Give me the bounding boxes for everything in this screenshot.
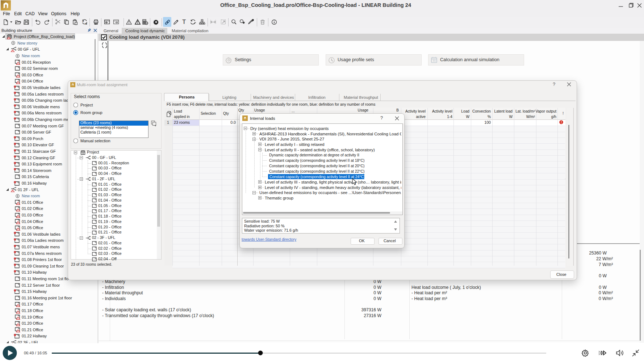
svg-text:A: A <box>82 20 84 22</box>
svg-text:31: 31 <box>433 59 436 62</box>
svg-text:B: B <box>85 23 87 25</box>
